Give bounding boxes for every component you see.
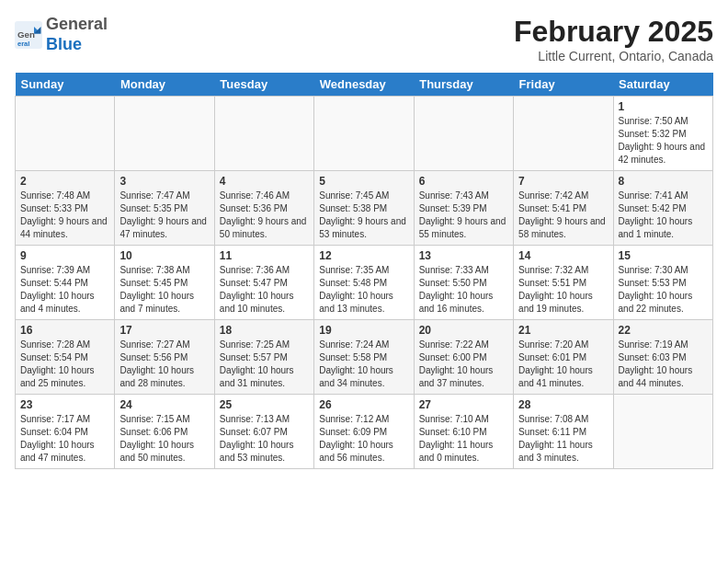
day-number: 26: [319, 398, 408, 411]
calendar-cell: 13Sunrise: 7:33 AMSunset: 5:50 PMDayligh…: [414, 246, 513, 320]
day-number: 1: [619, 100, 708, 113]
calendar-cell: 10Sunrise: 7:38 AMSunset: 5:45 PMDayligh…: [115, 246, 214, 320]
calendar-cell: 3Sunrise: 7:47 AMSunset: 5:35 PMDaylight…: [115, 171, 214, 246]
day-number: 16: [20, 324, 109, 337]
calendar-cell: [314, 97, 414, 171]
calendar-cell: 2Sunrise: 7:48 AMSunset: 5:33 PMDaylight…: [16, 171, 115, 246]
calendar-cell: [115, 97, 214, 171]
calendar-cell: 28Sunrise: 7:08 AMSunset: 6:11 PMDayligh…: [514, 395, 613, 469]
day-header-friday: Friday: [514, 73, 613, 97]
day-info: Sunrise: 7:45 AMSunset: 5:38 PMDaylight:…: [319, 190, 408, 241]
day-header-saturday: Saturday: [613, 73, 712, 97]
day-number: 15: [619, 249, 708, 262]
calendar-cell: 20Sunrise: 7:22 AMSunset: 6:00 PMDayligh…: [414, 320, 513, 395]
calendar-cell: 25Sunrise: 7:13 AMSunset: 6:07 PMDayligh…: [214, 395, 313, 469]
day-info: Sunrise: 7:33 AMSunset: 5:50 PMDaylight:…: [419, 264, 508, 316]
svg-text:Gen: Gen: [17, 29, 35, 40]
calendar-cell: 6Sunrise: 7:43 AMSunset: 5:39 PMDaylight…: [414, 171, 513, 246]
calendar-cell: 9Sunrise: 7:39 AMSunset: 5:44 PMDaylight…: [16, 246, 115, 320]
calendar-cell: 11Sunrise: 7:36 AMSunset: 5:47 PMDayligh…: [214, 246, 313, 320]
calendar-cell: [613, 395, 712, 469]
day-number: 17: [119, 324, 209, 337]
calendar-cell: 18Sunrise: 7:25 AMSunset: 5:57 PMDayligh…: [214, 320, 313, 395]
day-info: Sunrise: 7:28 AMSunset: 5:54 PMDaylight:…: [20, 339, 109, 390]
logo-blue-text: Blue: [46, 35, 82, 53]
day-header-wednesday: Wednesday: [314, 73, 414, 97]
day-number: 24: [119, 398, 209, 411]
week-row-4: 16Sunrise: 7:28 AMSunset: 5:54 PMDayligh…: [16, 320, 713, 395]
day-number: 10: [119, 249, 209, 262]
day-number: 18: [220, 324, 309, 337]
day-number: 9: [20, 249, 109, 262]
day-number: 7: [518, 175, 608, 188]
day-number: 22: [619, 324, 708, 337]
calendar-cell: 23Sunrise: 7:17 AMSunset: 6:04 PMDayligh…: [16, 395, 115, 469]
day-info: Sunrise: 7:38 AMSunset: 5:45 PMDaylight:…: [119, 264, 209, 316]
day-number: 2: [20, 175, 109, 188]
page-header: Gen eral General Blue February 2025 Litt…: [15, 15, 713, 63]
calendar-cell: 15Sunrise: 7:30 AMSunset: 5:53 PMDayligh…: [613, 246, 712, 320]
days-header-row: SundayMondayTuesdayWednesdayThursdayFrid…: [16, 73, 713, 97]
day-info: Sunrise: 7:25 AMSunset: 5:57 PMDaylight:…: [220, 339, 309, 390]
calendar-table: SundayMondayTuesdayWednesdayThursdayFrid…: [15, 73, 713, 469]
day-info: Sunrise: 7:36 AMSunset: 5:47 PMDaylight:…: [220, 264, 309, 316]
logo-general-text: General: [46, 15, 108, 33]
calendar-cell: 21Sunrise: 7:20 AMSunset: 6:01 PMDayligh…: [514, 320, 613, 395]
calendar-cell: [414, 97, 513, 171]
day-number: 3: [119, 175, 209, 188]
calendar-cell: 1Sunrise: 7:50 AMSunset: 5:32 PMDaylight…: [613, 97, 712, 171]
day-info: Sunrise: 7:50 AMSunset: 5:32 PMDaylight:…: [619, 115, 708, 167]
logo-icon: Gen eral: [15, 21, 42, 49]
logo: Gen eral General Blue: [15, 15, 108, 54]
day-info: Sunrise: 7:41 AMSunset: 5:42 PMDaylight:…: [619, 190, 708, 241]
title-area: February 2025 Little Current, Ontario, C…: [514, 15, 713, 63]
day-info: Sunrise: 7:22 AMSunset: 6:00 PMDaylight:…: [419, 339, 508, 390]
calendar-cell: 16Sunrise: 7:28 AMSunset: 5:54 PMDayligh…: [16, 320, 115, 395]
calendar-cell: 14Sunrise: 7:32 AMSunset: 5:51 PMDayligh…: [514, 246, 613, 320]
week-row-3: 9Sunrise: 7:39 AMSunset: 5:44 PMDaylight…: [16, 246, 713, 320]
day-info: Sunrise: 7:10 AMSunset: 6:10 PMDaylight:…: [419, 413, 508, 465]
day-info: Sunrise: 7:17 AMSunset: 6:04 PMDaylight:…: [20, 413, 109, 465]
day-info: Sunrise: 7:24 AMSunset: 5:58 PMDaylight:…: [319, 339, 408, 390]
day-number: 19: [319, 324, 408, 337]
day-info: Sunrise: 7:35 AMSunset: 5:48 PMDaylight:…: [319, 264, 408, 316]
day-number: 4: [220, 175, 309, 188]
calendar-cell: 27Sunrise: 7:10 AMSunset: 6:10 PMDayligh…: [414, 395, 513, 469]
week-row-2: 2Sunrise: 7:48 AMSunset: 5:33 PMDaylight…: [16, 171, 713, 246]
day-header-tuesday: Tuesday: [214, 73, 313, 97]
day-number: 12: [319, 249, 408, 262]
calendar-cell: [514, 97, 613, 171]
day-number: 21: [518, 324, 608, 337]
calendar-cell: 19Sunrise: 7:24 AMSunset: 5:58 PMDayligh…: [314, 320, 414, 395]
day-info: Sunrise: 7:20 AMSunset: 6:01 PMDaylight:…: [518, 339, 608, 390]
day-number: 20: [419, 324, 508, 337]
day-info: Sunrise: 7:32 AMSunset: 5:51 PMDaylight:…: [518, 264, 608, 316]
day-number: 6: [419, 175, 508, 188]
day-info: Sunrise: 7:27 AMSunset: 5:56 PMDaylight:…: [119, 339, 209, 390]
day-number: 5: [319, 175, 408, 188]
day-number: 25: [220, 398, 309, 411]
calendar-cell: [214, 97, 313, 171]
day-info: Sunrise: 7:43 AMSunset: 5:39 PMDaylight:…: [419, 190, 508, 241]
day-number: 27: [419, 398, 508, 411]
calendar-cell: 26Sunrise: 7:12 AMSunset: 6:09 PMDayligh…: [314, 395, 414, 469]
day-info: Sunrise: 7:12 AMSunset: 6:09 PMDaylight:…: [319, 413, 408, 465]
week-row-5: 23Sunrise: 7:17 AMSunset: 6:04 PMDayligh…: [16, 395, 713, 469]
calendar-cell: 17Sunrise: 7:27 AMSunset: 5:56 PMDayligh…: [115, 320, 214, 395]
day-info: Sunrise: 7:46 AMSunset: 5:36 PMDaylight:…: [220, 190, 309, 241]
calendar-cell: 12Sunrise: 7:35 AMSunset: 5:48 PMDayligh…: [314, 246, 414, 320]
calendar-cell: 22Sunrise: 7:19 AMSunset: 6:03 PMDayligh…: [613, 320, 712, 395]
month-title: February 2025: [514, 15, 713, 49]
location: Little Current, Ontario, Canada: [514, 49, 713, 63]
calendar-cell: 24Sunrise: 7:15 AMSunset: 6:06 PMDayligh…: [115, 395, 214, 469]
svg-text:eral: eral: [17, 40, 29, 48]
day-number: 14: [518, 249, 608, 262]
calendar-cell: 5Sunrise: 7:45 AMSunset: 5:38 PMDaylight…: [314, 171, 414, 246]
day-info: Sunrise: 7:47 AMSunset: 5:35 PMDaylight:…: [119, 190, 209, 241]
day-header-sunday: Sunday: [16, 73, 115, 97]
day-info: Sunrise: 7:48 AMSunset: 5:33 PMDaylight:…: [20, 190, 109, 241]
day-info: Sunrise: 7:15 AMSunset: 6:06 PMDaylight:…: [119, 413, 209, 465]
day-number: 8: [619, 175, 708, 188]
day-info: Sunrise: 7:08 AMSunset: 6:11 PMDaylight:…: [518, 413, 608, 465]
day-number: 23: [20, 398, 109, 411]
